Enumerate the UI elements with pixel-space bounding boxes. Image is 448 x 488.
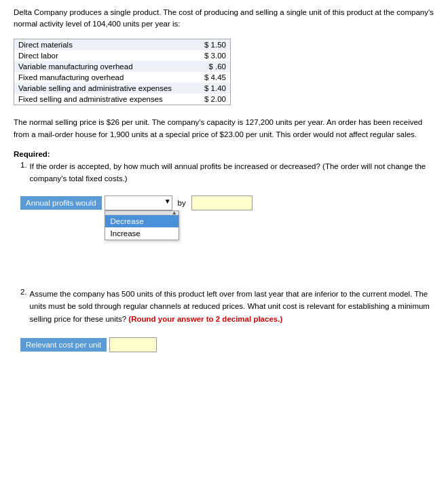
cost-label-1: Direct labor bbox=[14, 50, 196, 61]
q2-red-text: (Round your answer to 2 decimal places.) bbox=[128, 315, 282, 323]
q2-number: 2. bbox=[20, 288, 27, 332]
q1-container: 1. If the order is accepted, by how much… bbox=[20, 161, 434, 210]
cost-value-2: $ .60 bbox=[196, 61, 230, 72]
answer-row-q1: Annual profits would Decrease Increase ▼… bbox=[20, 195, 434, 210]
cost-label-0: Direct materials bbox=[14, 39, 196, 50]
normal-text: The normal selling price is $26 per unit… bbox=[14, 116, 434, 141]
q1-number: 1. bbox=[20, 161, 27, 193]
cost-value-4: $ 1.40 bbox=[196, 83, 230, 94]
intro-text: Delta Company produces a single product.… bbox=[14, 7, 434, 31]
dropdown-open-list[interactable]: ▲ Decrease Increase bbox=[105, 210, 179, 240]
by-label: by bbox=[175, 199, 189, 207]
cost-value-1: $ 3.00 bbox=[196, 50, 230, 61]
cost-value-5: $ 2.00 bbox=[196, 94, 230, 105]
relevant-cost-label: Relevant cost per unit bbox=[20, 338, 107, 352]
cost-label-4: Variable selling and administrative expe… bbox=[14, 83, 196, 94]
q1-text: If the order is accepted, by how much wi… bbox=[30, 161, 434, 185]
dropdown-item-decrease[interactable]: Decrease bbox=[105, 215, 179, 227]
annual-profits-label: Annual profits would bbox=[20, 196, 102, 210]
answer-row-q2: Relevant cost per unit bbox=[20, 337, 434, 352]
cost-label-2: Variable manufacturing overhead bbox=[14, 61, 196, 72]
cost-table: Direct materials$ 1.50Direct labor$ 3.00… bbox=[14, 39, 231, 105]
cost-value-0: $ 1.50 bbox=[196, 39, 230, 50]
profits-amount-input[interactable] bbox=[191, 195, 253, 210]
q2-text: Assume the company has 500 units of this… bbox=[30, 288, 434, 325]
q2-container: 2. Assume the company has 500 units of t… bbox=[20, 288, 434, 352]
dropdown-item-increase[interactable]: Increase bbox=[105, 227, 179, 240]
cost-label-3: Fixed manufacturing overhead bbox=[14, 72, 196, 83]
required-section: Required: 1. If the order is accepted, b… bbox=[14, 150, 434, 210]
relevant-cost-input[interactable] bbox=[109, 337, 157, 352]
profits-dropdown[interactable]: Decrease Increase bbox=[105, 195, 172, 210]
dropdown-wrapper[interactable]: Decrease Increase ▼ ▲ Decrease Increase bbox=[105, 195, 172, 210]
cost-label-5: Fixed selling and administrative expense… bbox=[14, 94, 196, 105]
section-divider bbox=[14, 224, 434, 278]
required-label: Required: bbox=[14, 150, 434, 158]
scroll-icon: ▲ bbox=[172, 210, 177, 216]
cost-value-3: $ 4.45 bbox=[196, 72, 230, 83]
